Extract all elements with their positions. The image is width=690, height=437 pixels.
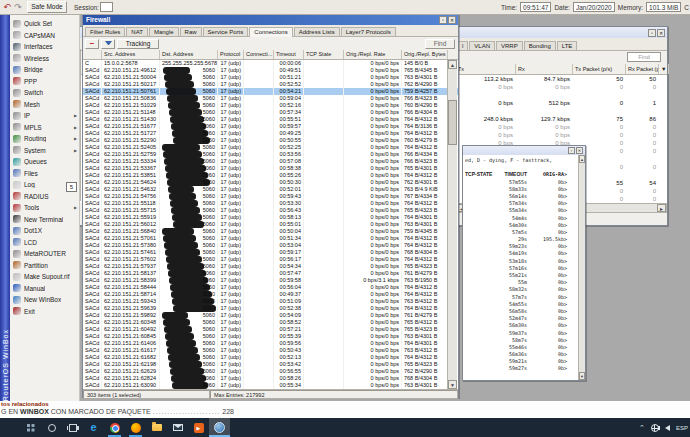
- sidebar-item-bridge[interactable]: Bridge: [10, 64, 79, 76]
- connection-row[interactable]: SACd62.210.151.21:52290506017 (udp)00:50…: [83, 137, 458, 144]
- column-header-rx[interactable]: Rx: [516, 64, 573, 74]
- scroll-right-icon[interactable]: ►: [657, 204, 666, 212]
- firewall-titlebar[interactable]: Firewall ▫✕: [83, 14, 458, 25]
- sidebar-item-metarouter[interactable]: MetaROUTER: [10, 248, 79, 260]
- column-header-timeout[interactable]: Timeout: [274, 50, 304, 59]
- file-explorer-button[interactable]: [146, 418, 167, 437]
- sidebar-item-tools[interactable]: Tools▶: [10, 202, 79, 214]
- connection-row[interactable]: SACd62.210.151.21:58444506017 (udp)00:56…: [83, 284, 458, 291]
- connection-row[interactable]: SACd62.210.151.21:53334506017 (udp)00:57…: [83, 158, 458, 165]
- column-header-orig-repl-rate[interactable]: Orig./Repl. Rate: [344, 50, 402, 59]
- tab-filter-rules[interactable]: Filter Rules: [85, 27, 125, 36]
- sidebar-item-system[interactable]: System▶: [10, 145, 79, 157]
- connection-row[interactable]: SACd62.210.151.21:55919506017 (udp)00:58…: [83, 214, 458, 221]
- safe-mode-button[interactable]: Safe Mode: [27, 1, 67, 13]
- cortana-button[interactable]: [41, 418, 62, 437]
- terminal-titlebar[interactable]: ▫✕: [463, 146, 585, 155]
- sidebar-item-switch[interactable]: Switch: [10, 87, 79, 99]
- connection-row[interactable]: SACd62.210.151.21:63090506017 (udp)00:55…: [83, 382, 458, 389]
- tray-expand-icon[interactable]: ⌃: [639, 424, 645, 432]
- column-header-item[interactable]: ▼: [659, 64, 669, 74]
- vertical-scrollbar[interactable]: ▲ ▼: [447, 60, 457, 389]
- connection-row[interactable]: SACd62.210.151.21:58714506017 (udp)00:49…: [83, 291, 458, 298]
- column-header-tcp-state[interactable]: TCP State: [304, 50, 344, 59]
- sidebar-item-make-supout-rif[interactable]: Make Supout.rif: [10, 271, 79, 283]
- store-app-button[interactable]: ▶: [188, 418, 209, 437]
- terminal-window[interactable]: ▫✕ ed, D - dying, F - fasttrack,TCP-STAT…: [462, 145, 586, 381]
- sidebar-item-quick-set[interactable]: Quick Set: [10, 18, 79, 30]
- tab-service-ports[interactable]: Service Ports: [203, 27, 249, 36]
- restore-icon[interactable]: ▫: [648, 29, 656, 37]
- column-header-tx[interactable]: Tx: [456, 64, 516, 74]
- sidebar-item-exit[interactable]: Exit: [10, 306, 79, 318]
- task-view-button[interactable]: [62, 418, 83, 437]
- sidebar-item-ppp[interactable]: PPP: [10, 76, 79, 88]
- tab-lte[interactable]: LTE: [557, 41, 578, 50]
- connection-row[interactable]: SACd62.210.151.21:50836506017 (udp)00:59…: [83, 95, 458, 102]
- scroll-down-icon[interactable]: ▼: [448, 380, 457, 389]
- sidebar-item-queues[interactable]: Queues: [10, 156, 79, 168]
- sidebar-item-routing[interactable]: Routing▶: [10, 133, 79, 145]
- find-button[interactable]: Find: [627, 52, 661, 62]
- session-field[interactable]: [100, 2, 113, 12]
- connection-row[interactable]: SACd62.210.151.21:62198506017 (udp)00:53…: [83, 361, 458, 368]
- find-button[interactable]: Find: [425, 39, 455, 49]
- edge-button[interactable]: e: [83, 418, 104, 437]
- mail-button[interactable]: [167, 418, 188, 437]
- sidebar-item-files[interactable]: Files: [10, 168, 79, 180]
- sidebar-item-capsman[interactable]: CAPsMAN: [10, 30, 79, 42]
- connection-row[interactable]: SACd62.210.151.21:50217506017 (udp)00:52…: [83, 81, 458, 88]
- connection-row[interactable]: SACd62.210.151.21:61617506017 (udp)00:50…: [83, 347, 458, 354]
- connection-row[interactable]: SACd62.210.151.21:61406506017 (udp)00:59…: [83, 340, 458, 347]
- start-button[interactable]: [20, 418, 41, 437]
- tracking-button[interactable]: Tracking: [117, 39, 159, 49]
- tab-bonding[interactable]: Bonding: [524, 41, 556, 50]
- connection-row[interactable]: SACd62.210.151.21:57937506017 (udp)00:54…: [83, 263, 458, 270]
- connection-row[interactable]: SACd62.210.151.21:58399506017 (udp)00:59…: [83, 277, 458, 284]
- scroll-up-icon[interactable]: ▲: [448, 60, 457, 69]
- connection-row[interactable]: SACd62.210.151.21:53367506017 (udp)00:58…: [83, 165, 458, 172]
- connection-row[interactable]: SACd62.210.151.21:52405506017 (udp)00:52…: [83, 144, 458, 151]
- connection-row[interactable]: SACd62.210.151.21:60348506017 (udp)00:58…: [83, 319, 458, 326]
- connection-row[interactable]: SACd62.210.151.21:58137506017 (udp)00:57…: [83, 270, 458, 277]
- close-icon[interactable]: ✕: [448, 16, 456, 24]
- volume-icon[interactable]: [665, 425, 670, 431]
- column-header-dst-address[interactable]: Dst. Address: [160, 50, 218, 59]
- connection-row[interactable]: SACd62.210.151.21:57602506017 (udp)00:56…: [83, 256, 458, 263]
- scroll-up-icon[interactable]: ▲: [579, 155, 585, 163]
- connection-row[interactable]: SACd62.210.151.21:51677506017 (udp)00:59…: [83, 123, 458, 130]
- firefox-button[interactable]: [125, 418, 146, 437]
- sidebar-item-wireless[interactable]: Wireless: [10, 53, 79, 65]
- undo-icon[interactable]: ↶: [2, 1, 12, 13]
- tab-layer7-protocols[interactable]: Layer7 Protocols: [341, 27, 396, 36]
- redo-icon[interactable]: ↷: [13, 1, 23, 13]
- tab-address-lists[interactable]: Address Lists: [294, 27, 340, 36]
- sidebar-item-dot1x[interactable]: Dot1X: [10, 225, 79, 237]
- connection-row[interactable]: SACd62.210.151.21:60845506017 (udp)00:55…: [83, 333, 458, 340]
- connection-row[interactable]: SACd62.210.151.21:60492506017 (udp)00:57…: [83, 326, 458, 333]
- connection-row[interactable]: SACd62.210.151.21:52759506017 (udp)00:53…: [83, 151, 458, 158]
- sidebar-item-interfaces[interactable]: Interfaces: [10, 41, 79, 53]
- connection-row[interactable]: SACd62.210.151.21:54624506017 (udp)00:50…: [83, 179, 458, 186]
- tab-mangle[interactable]: Mangle: [149, 27, 179, 36]
- column-header-rx-packet-p-s[interactable]: Rx Packet (p/s): [626, 64, 659, 74]
- connection-row[interactable]: SACd62.210.151.21:54632506017 (udp)00:52…: [83, 186, 458, 193]
- sidebar-item-lcd[interactable]: LCD: [10, 237, 79, 249]
- tab-raw[interactable]: Raw: [180, 27, 202, 36]
- column-header-connecti[interactable]: Connecti...: [244, 50, 274, 59]
- connection-row[interactable]: SACd62.210.151.21:55715506017 (udp)00:56…: [83, 207, 458, 214]
- connection-row[interactable]: SACd62.210.151.21:56840506017 (udp)00:50…: [83, 228, 458, 235]
- sidebar-item-manual[interactable]: Manual: [10, 283, 79, 295]
- terminal-scrollbar[interactable]: ▲ ▼: [578, 155, 585, 380]
- column-header-orig-repl-bytes[interactable]: Orig./Repl. Bytes: [402, 50, 448, 59]
- connection-row[interactable]: SACd62.210.151.21:56012506017 (udp)00:55…: [83, 221, 458, 228]
- firewall-window[interactable]: Firewall ▫✕ Filter RulesNATMangleRawServ…: [82, 13, 459, 398]
- connection-row[interactable]: SACd62.210.151.21:50004506017 (udp)00:51…: [83, 74, 458, 81]
- filter-button[interactable]: [101, 39, 115, 49]
- winbox-taskbar-button[interactable]: [209, 418, 230, 437]
- connection-row[interactable]: SACd62.210.151.21:57061506017 (udp)00:51…: [83, 235, 458, 242]
- connection-row[interactable]: SACd62.210.151.21:51430506017 (udp)00:55…: [83, 116, 458, 123]
- sidebar-item-new-terminal[interactable]: New Terminal: [10, 214, 79, 226]
- column-header-protocol[interactable]: Protocol: [218, 50, 244, 59]
- connection-row[interactable]: SACd62.210.151.21:55118506017 (udp)00:53…: [83, 200, 458, 207]
